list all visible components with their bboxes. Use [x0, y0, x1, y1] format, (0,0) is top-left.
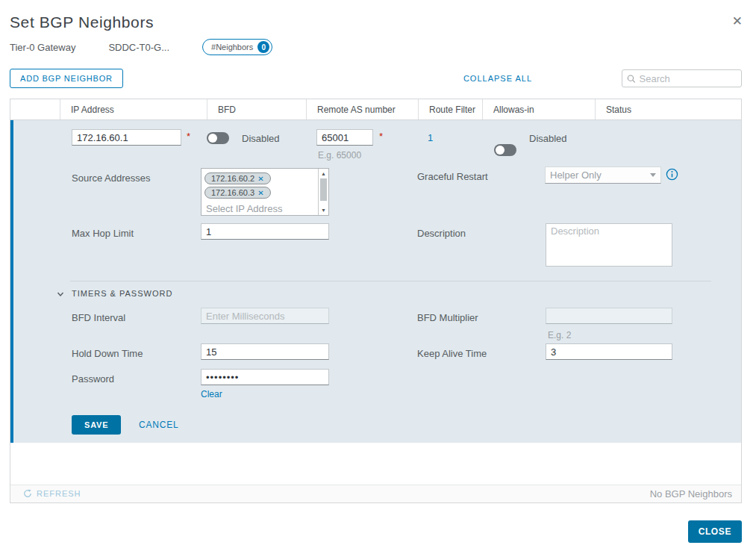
chipbox-scrollbar[interactable]: ▲ ▼ — [318, 169, 328, 215]
column-header-status: Status — [595, 99, 741, 119]
bfd-multiplier-label: BFD Multiplier — [417, 312, 478, 323]
close-icon[interactable]: ✕ — [732, 15, 743, 28]
column-header-remote-as: Remote AS number — [306, 99, 418, 119]
bfd-toggle-knob — [208, 134, 217, 143]
chip-value: 172.16.60.3 — [211, 188, 254, 197]
search-input[interactable] — [640, 73, 737, 84]
bfd-toggle[interactable] — [207, 132, 229, 144]
ip-address-input[interactable] — [72, 129, 181, 146]
max-hop-limit-input[interactable] — [201, 223, 329, 240]
timers-password-section-title[interactable]: TIMERS & PASSWORD — [72, 289, 172, 298]
description-textarea[interactable] — [546, 223, 672, 267]
search-icon — [627, 74, 636, 84]
allowas-in-toggle[interactable] — [494, 144, 516, 156]
add-bgp-neighbor-button[interactable]: ADD BGP NEIGHBOR — [10, 69, 123, 88]
graceful-restart-select[interactable]: Helper Only — [545, 166, 661, 184]
column-header-route-filter: Route Filter — [418, 99, 482, 119]
source-addresses-input[interactable]: 172.16.60.2 ✕ 172.16.60.3 ✕ Select IP Ad… — [201, 168, 329, 216]
selected-row-indicator — [10, 120, 13, 443]
password-clear-link[interactable]: Clear — [201, 389, 222, 399]
graceful-restart-label: Graceful Restart — [417, 171, 488, 182]
refresh-button[interactable]: REFRESH — [23, 489, 81, 498]
remote-as-input[interactable] — [316, 129, 373, 146]
bfd-interval-input — [201, 308, 329, 324]
breadcrumb-gateway-name: SDDC-T0-G... — [108, 42, 169, 53]
remote-as-required-mark: * — [379, 131, 383, 142]
set-bgp-neighbors-dialog: Set BGP Neighbors ✕ Tier-0 Gateway SDDC-… — [0, 0, 756, 554]
chip-remove-icon[interactable]: ✕ — [257, 175, 263, 183]
cancel-button[interactable]: CANCEL — [139, 420, 178, 430]
source-addresses-label: Source Addresses — [72, 172, 151, 184]
bfd-interval-label: BFD Interval — [72, 312, 125, 323]
breadcrumb-tier0-gateway: Tier-0 Gateway — [10, 42, 75, 53]
close-button[interactable]: CLOSE — [688, 520, 742, 543]
search-box — [622, 69, 742, 87]
info-icon[interactable] — [666, 168, 678, 181]
collapse-all-link[interactable]: COLLAPSE ALL — [463, 74, 532, 83]
source-address-chip: 172.16.60.2 ✕ — [204, 172, 271, 184]
source-address-chip: 172.16.60.3 ✕ — [204, 187, 271, 199]
source-addresses-chips: 172.16.60.2 ✕ 172.16.60.3 ✕ Select IP Ad… — [202, 169, 318, 215]
bgp-neighbor-edit-row: * Disabled * E.g. 65000 1 Disabled Sourc… — [10, 120, 741, 443]
scrollbar-thumb[interactable] — [320, 178, 327, 201]
source-addresses-placeholder: Select IP Address — [206, 203, 282, 214]
hold-down-time-label: Hold Down Time — [72, 348, 143, 359]
route-filter-link[interactable]: 1 — [428, 132, 433, 143]
keep-alive-time-input[interactable] — [546, 343, 672, 360]
section-divider — [70, 281, 711, 281]
max-hop-limit-label: Max Hop Limit — [72, 228, 134, 239]
password-label: Password — [72, 373, 114, 385]
column-header-allowas-in: Allowas-in — [482, 99, 595, 119]
column-header-bfd: BFD — [207, 99, 306, 119]
page-title: Set BGP Neighbors — [10, 13, 154, 31]
hold-down-time-input[interactable] — [201, 343, 329, 360]
section-chevron-down-icon[interactable] — [57, 290, 64, 298]
remote-as-hint: E.g. 65000 — [318, 150, 361, 161]
bfd-toggle-label: Disabled — [242, 133, 280, 144]
keep-alive-time-label: Keep Alive Time — [417, 348, 487, 359]
graceful-restart-value: Helper Only — [550, 169, 602, 181]
password-input[interactable] — [201, 369, 329, 385]
bgp-neighbors-table: IP Address BFD Remote AS number Route Fi… — [10, 99, 742, 503]
chevron-down-icon — [650, 173, 656, 177]
allowas-in-toggle-label: Disabled — [529, 133, 567, 144]
column-header-ip-address: IP Address — [60, 99, 207, 119]
bfd-multiplier-hint: E.g. 2 — [548, 330, 571, 340]
scroll-up-icon[interactable]: ▲ — [319, 171, 328, 176]
neighbors-pill-label: #Neighbors — [211, 43, 253, 52]
table-empty-status: No BGP Neighbors — [650, 488, 732, 499]
breadcrumb: Tier-0 Gateway SDDC-T0-G... #Neighbors 0 — [10, 39, 272, 55]
refresh-icon — [23, 489, 32, 498]
empty-table-area — [10, 443, 741, 485]
table-footer: REFRESH No BGP Neighbors — [10, 485, 741, 502]
ip-address-required-mark: * — [187, 131, 190, 142]
column-header-expander — [10, 99, 60, 119]
neighbors-count-badge: 0 — [257, 41, 269, 53]
chip-value: 172.16.60.2 — [211, 174, 254, 183]
bfd-multiplier-input — [546, 308, 672, 324]
description-label: Description — [417, 228, 466, 239]
refresh-label: REFRESH — [37, 489, 81, 498]
neighbors-count-pill[interactable]: #Neighbors 0 — [202, 39, 272, 55]
table-header-row: IP Address BFD Remote AS number Route Fi… — [10, 99, 741, 120]
toolbar: ADD BGP NEIGHBOR COLLAPSE ALL — [10, 69, 742, 88]
scroll-down-icon[interactable]: ▼ — [319, 208, 328, 213]
allowas-in-toggle-knob — [496, 146, 504, 155]
save-button[interactable]: SAVE — [72, 415, 121, 435]
chip-remove-icon[interactable]: ✕ — [257, 189, 263, 197]
